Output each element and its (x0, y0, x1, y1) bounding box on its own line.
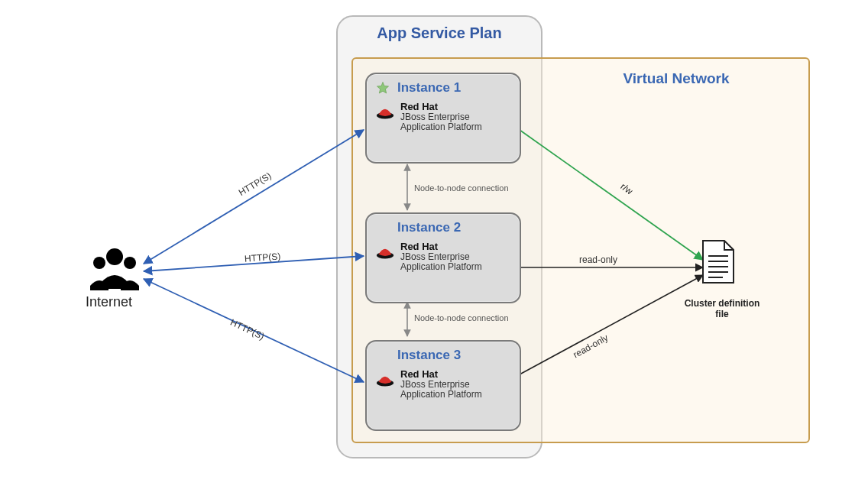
vendor-name: Red Hat (400, 241, 482, 252)
instance-title: Instance 3 (367, 342, 520, 366)
edge-http-1 (144, 130, 364, 264)
vendor-name: Red Hat (400, 102, 482, 112)
label-internet: Internet (86, 294, 132, 310)
label-readonly-2: read-only (579, 254, 617, 265)
title-virtual-network: Virtual Network (565, 70, 787, 87)
node-instance-3: Instance 3 Red Hat JBoss Enterprise Appl… (365, 340, 521, 431)
instance-title: Instance 1 (367, 74, 520, 99)
label-http-2: HTTP(S) (245, 251, 281, 264)
label-node-conn-2-3: Node-to-node connection (414, 313, 509, 322)
file-label-line2: file (715, 309, 728, 319)
svg-point-0 (106, 248, 123, 265)
users-icon (90, 248, 139, 290)
vendor-sub2: Application Platform (400, 262, 482, 272)
vendor-sub2: Application Platform (400, 122, 482, 132)
label-http-3: HTTP(S) (228, 317, 266, 342)
diagram-canvas: App Service Plan Virtual Network (0, 0, 868, 486)
label-cluster-file: Cluster definition file (676, 298, 768, 320)
label-node-conn-1-2: Node-to-node connection (414, 183, 509, 193)
star-icon (376, 81, 390, 95)
redhat-icon (374, 369, 396, 390)
svg-point-1 (93, 257, 105, 269)
svg-point-2 (124, 257, 136, 269)
vendor-name: Red Hat (400, 369, 482, 380)
file-label-line1: Cluster definition (685, 298, 760, 309)
vendor-sub2: Application Platform (400, 390, 482, 400)
title-app-service-plan: App Service Plan (336, 24, 542, 42)
redhat-icon (374, 241, 396, 263)
node-instance-1: Instance 1 Red Hat JBoss Enterprise Appl… (365, 73, 521, 164)
instance-title: Instance 2 (367, 214, 520, 238)
redhat-icon (374, 102, 396, 123)
node-instance-2: Instance 2 Red Hat JBoss Enterprise Appl… (365, 212, 521, 303)
label-http-1: HTTP(S) (237, 170, 274, 198)
